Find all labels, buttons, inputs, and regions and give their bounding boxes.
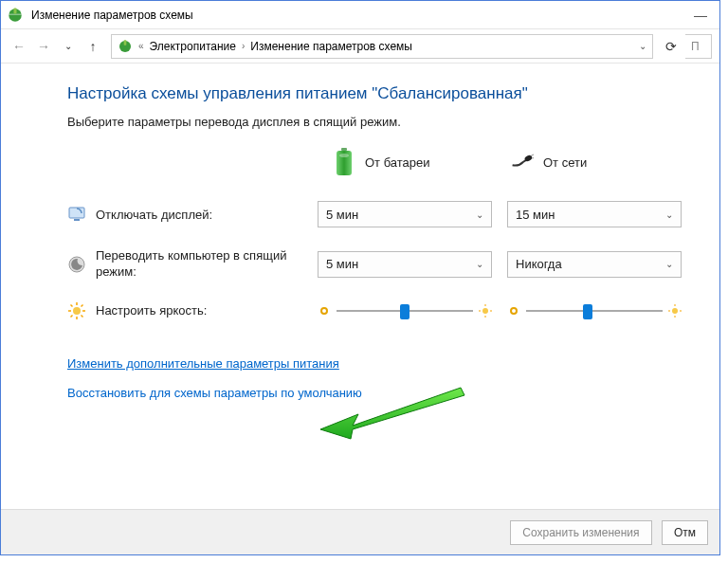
chevron-down-icon: ⌄ [665, 209, 673, 220]
battery-icon [333, 148, 355, 176]
chevron-down-icon: ⌄ [476, 259, 483, 269]
svg-point-23 [321, 308, 327, 314]
window-title: Изменение параметров схемы [31, 9, 687, 22]
breadcrumb-root[interactable]: Электропитание [150, 40, 236, 53]
recent-dropdown[interactable]: ⌄ [58, 36, 79, 57]
chevron-right-icon: › [242, 41, 245, 51]
svg-point-14 [73, 307, 81, 315]
svg-line-20 [82, 315, 83, 317]
plugged-label: От сети [543, 155, 587, 170]
power-options-icon [118, 39, 133, 54]
plugged-column-header: От сети [515, 148, 697, 176]
chevron-down-icon[interactable]: ⌄ [639, 41, 646, 51]
svg-line-9 [531, 154, 534, 156]
svg-rect-2 [14, 8, 17, 13]
svg-line-22 [82, 304, 83, 306]
display-icon [67, 205, 86, 224]
navigation-bar: ← → ⌄ ↑ « Электропитание › Изменение пар… [1, 29, 719, 64]
column-headers: От батареи От сети [67, 148, 697, 176]
sleep-battery-dropdown[interactable]: 5 мин ⌄ [318, 251, 492, 278]
power-plan-settings-window: Изменение параметров схемы — ← → ⌄ ↑ « Э… [0, 0, 720, 555]
sleep-plugged-dropdown[interactable]: Никогда ⌄ [507, 251, 682, 278]
brightness-battery-slider[interactable] [318, 301, 492, 320]
chevron-icon: « [138, 41, 144, 51]
battery-label: От батареи [365, 155, 430, 170]
page-subtext: Выберите параметры перевода дисплея в сп… [67, 115, 697, 129]
refresh-button[interactable]: ⟳ [661, 36, 682, 57]
advanced-settings-link[interactable]: Изменить дополнительные параметры питани… [67, 356, 339, 371]
svg-rect-12 [74, 219, 80, 221]
chevron-down-icon: ⌄ [476, 209, 483, 220]
sleep-icon [67, 255, 86, 274]
display-plugged-dropdown[interactable]: 15 мин ⌄ [507, 201, 682, 227]
row-label: Переводить компьютер в спящий режим: [96, 248, 318, 281]
brightness-plugged-slider[interactable] [507, 301, 682, 320]
page-heading: Настройка схемы управления питанием "Сба… [67, 84, 697, 103]
up-button[interactable]: ↑ [82, 36, 103, 57]
sun-bright-icon [479, 304, 492, 318]
svg-line-19 [71, 304, 73, 306]
cancel-button[interactable]: Отм [662, 520, 708, 545]
sun-bright-icon [668, 304, 682, 318]
back-button[interactable]: ← [9, 36, 29, 57]
search-input[interactable]: П [685, 34, 712, 59]
sun-dim-icon [507, 304, 520, 318]
svg-rect-5 [341, 148, 347, 151]
content-area: Настройка схемы управления питанием "Сба… [1, 64, 719, 413]
plug-icon [511, 148, 534, 176]
svg-rect-4 [124, 40, 127, 45]
chevron-down-icon: ⌄ [665, 259, 673, 269]
footer-bar: Сохранить изменения Отм [1, 509, 719, 554]
battery-column-header: От батареи [333, 148, 515, 176]
row-turn-off-display: Отключать дисплей: 5 мин ⌄ 15 мин ⌄ [67, 201, 697, 227]
row-put-to-sleep: Переводить компьютер в спящий режим: 5 м… [67, 248, 697, 281]
row-label: Отключать дисплей: [96, 208, 212, 222]
svg-point-30 [672, 308, 678, 314]
save-button[interactable]: Сохранить изменения [510, 520, 652, 545]
address-bar[interactable]: « Электропитание › Изменение параметров … [111, 34, 653, 59]
svg-point-24 [482, 308, 488, 314]
svg-rect-1 [9, 13, 22, 15]
svg-point-7 [339, 154, 349, 157]
sun-dim-icon [318, 304, 331, 318]
svg-line-10 [532, 157, 534, 158]
forward-button: → [33, 36, 54, 57]
brightness-icon [67, 301, 86, 320]
power-options-icon [7, 7, 24, 24]
breadcrumb-current[interactable]: Изменение параметров схемы [250, 40, 412, 53]
svg-point-29 [511, 308, 517, 314]
minimize-button[interactable]: — [687, 8, 714, 23]
display-battery-dropdown[interactable]: 5 мин ⌄ [318, 201, 492, 227]
row-brightness: Настроить яркость: [67, 301, 697, 320]
titlebar: Изменение параметров схемы — [1, 1, 719, 29]
row-label: Настроить яркость: [96, 303, 207, 318]
svg-line-21 [71, 315, 73, 317]
links-section: Изменить дополнительные параметры питани… [67, 354, 697, 413]
restore-defaults-link[interactable]: Восстановить для схемы параметры по умол… [67, 386, 362, 400]
